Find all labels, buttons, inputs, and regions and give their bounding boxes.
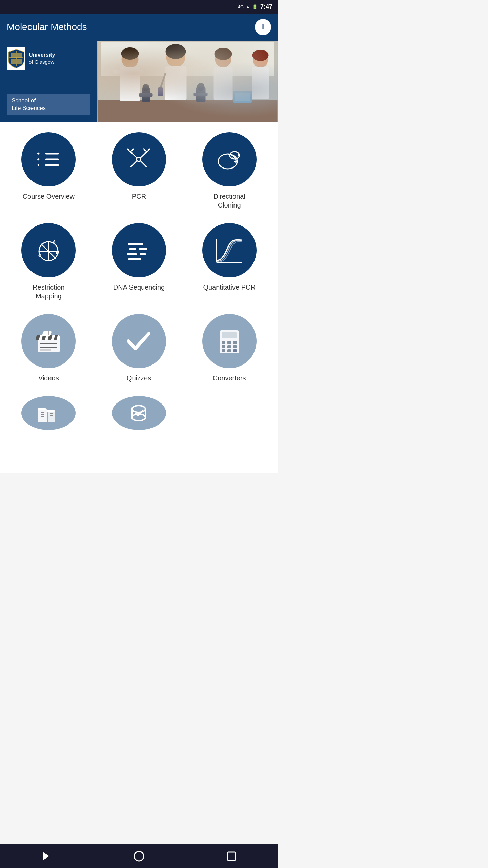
svg-point-26 xyxy=(143,84,149,91)
main-grid: ✦ ✦ ✦ Course Overview xyxy=(0,122,278,473)
svg-point-40 xyxy=(137,157,141,161)
grid-row-2: A B C RestrictionMapping xyxy=(3,220,274,304)
directional-cloning-item[interactable]: DirectionalCloning xyxy=(189,129,270,213)
course-overview-item[interactable]: ✦ ✦ ✦ Course Overview xyxy=(8,129,89,213)
pcr-arrows-icon xyxy=(124,145,153,174)
svg-point-21 xyxy=(253,53,268,68)
banner-right xyxy=(97,41,278,122)
svg-line-32 xyxy=(161,73,166,88)
svg-rect-0 xyxy=(11,53,16,58)
uni-shield-icon xyxy=(7,47,25,70)
svg-rect-6 xyxy=(98,41,278,122)
svg-rect-27 xyxy=(196,87,206,102)
banner-left: Universityof Glasgow School ofLife Scien… xyxy=(0,41,97,122)
svg-rect-28 xyxy=(194,93,208,96)
svg-rect-72 xyxy=(139,248,147,250)
lab-scene-svg xyxy=(97,41,278,122)
status-bar: 4G ▲ 🔋 7:47 xyxy=(0,0,278,14)
svg-point-18 xyxy=(215,51,231,67)
tools-icon xyxy=(124,399,153,428)
books-icon xyxy=(34,399,63,428)
app-bar: Molecular Methods i xyxy=(0,14,278,41)
pcr-label: PCR xyxy=(132,192,146,201)
svg-text:✦: ✦ xyxy=(36,162,40,168)
tools-icon-circle xyxy=(112,396,166,430)
restriction-mapping-item[interactable]: A B C RestrictionMapping xyxy=(8,220,89,304)
svg-rect-105 xyxy=(48,411,55,422)
university-name: Universityof Glasgow xyxy=(29,52,55,65)
svg-rect-1 xyxy=(17,53,22,58)
qpcr-icon xyxy=(215,236,244,265)
svg-point-16 xyxy=(166,44,186,59)
books-item[interactable] xyxy=(8,393,89,439)
shield-svg xyxy=(8,48,25,69)
signal-icon: 4G xyxy=(238,4,244,9)
restriction-icon: A B C xyxy=(34,236,63,265)
converters-item[interactable]: Converters xyxy=(189,311,270,386)
info-button[interactable]: i xyxy=(255,19,271,35)
books-icon-circle xyxy=(21,396,76,430)
directional-cloning-icon xyxy=(202,132,257,186)
dna-sequencing-icon xyxy=(112,223,166,277)
quantitative-pcr-item[interactable]: Quantitative PCR xyxy=(189,220,270,304)
svg-rect-14 xyxy=(135,70,144,74)
directional-cloning-label: DirectionalCloning xyxy=(213,192,245,210)
course-overview-icon: ✦ ✦ ✦ xyxy=(21,132,76,186)
svg-text:✦: ✦ xyxy=(36,157,40,162)
svg-rect-95 xyxy=(227,341,231,344)
signal-bars-icon: ▲ xyxy=(246,4,250,9)
videos-icon xyxy=(21,314,76,368)
svg-text:C: C xyxy=(38,253,42,258)
svg-rect-17 xyxy=(165,66,187,100)
quizzes-icon xyxy=(112,314,166,368)
svg-rect-12 xyxy=(120,67,140,101)
svg-point-19 xyxy=(215,48,232,60)
svg-rect-23 xyxy=(252,67,269,99)
svg-rect-24 xyxy=(142,88,150,102)
tools-item[interactable] xyxy=(98,393,180,439)
restriction-mapping-icon: A B C xyxy=(21,223,76,277)
dna-sequencing-label: DNA Sequencing xyxy=(113,283,165,292)
quizzes-item[interactable]: Quizzes xyxy=(98,311,180,386)
svg-text:B: B xyxy=(56,250,59,255)
svg-rect-101 xyxy=(227,349,231,352)
svg-rect-75 xyxy=(130,258,141,260)
svg-point-15 xyxy=(166,48,185,67)
svg-rect-73 xyxy=(127,253,137,255)
svg-rect-96 xyxy=(233,341,237,344)
banner: Universityof Glasgow School ofLife Scien… xyxy=(0,41,278,122)
svg-point-22 xyxy=(252,50,269,61)
videos-label: Videos xyxy=(38,374,59,382)
svg-rect-106 xyxy=(47,410,55,412)
svg-rect-25 xyxy=(139,93,153,97)
pcr-icon xyxy=(112,132,166,186)
svg-point-11 xyxy=(121,47,139,60)
svg-rect-71 xyxy=(129,248,136,250)
svg-rect-2 xyxy=(11,59,16,64)
svg-rect-9 xyxy=(101,42,274,76)
pcr-item[interactable]: PCR xyxy=(98,129,180,213)
calculator-icon xyxy=(215,327,244,356)
cloning-icon xyxy=(215,145,244,174)
lab-image xyxy=(97,41,278,122)
svg-rect-94 xyxy=(222,341,225,344)
svg-rect-3 xyxy=(17,59,22,64)
converters-icon xyxy=(202,314,257,368)
videos-item[interactable]: Videos xyxy=(8,311,89,386)
list-star-icon: ✦ ✦ ✦ xyxy=(34,145,63,174)
svg-rect-70 xyxy=(138,243,143,245)
battery-icon: 🔋 xyxy=(252,4,258,9)
svg-rect-13 xyxy=(113,70,122,74)
app-title: Molecular Methods xyxy=(7,22,87,33)
checkmark-icon xyxy=(124,327,153,356)
svg-point-112 xyxy=(132,406,145,412)
svg-rect-69 xyxy=(128,243,140,245)
svg-rect-74 xyxy=(140,253,146,255)
quizzes-label: Quizzes xyxy=(127,374,151,382)
svg-rect-104 xyxy=(38,408,46,410)
svg-rect-103 xyxy=(38,409,47,422)
svg-point-29 xyxy=(197,83,205,91)
dna-sequencing-item[interactable]: DNA Sequencing xyxy=(98,220,180,304)
sequencing-icon xyxy=(124,236,153,265)
svg-rect-100 xyxy=(222,349,225,352)
